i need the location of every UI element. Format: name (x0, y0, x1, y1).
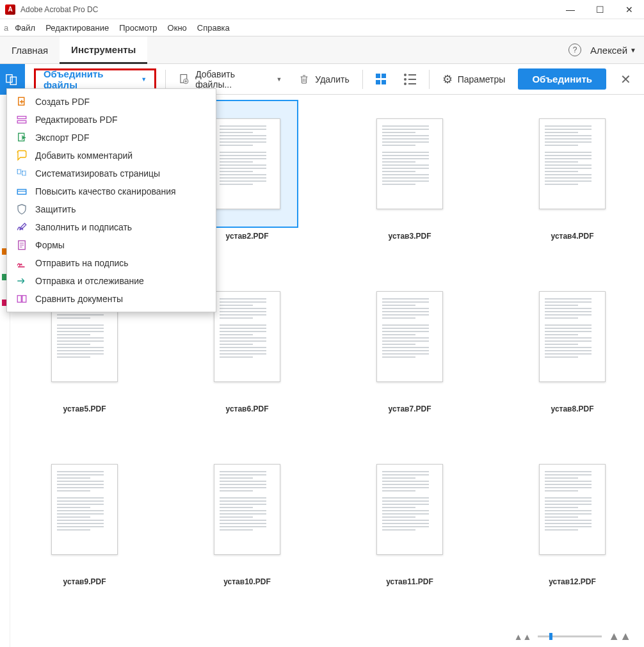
separator (362, 70, 363, 89)
dropdown-item-send-sign[interactable]: Отправить на подпись (7, 254, 216, 272)
options-label: Параметры (458, 74, 506, 84)
file-thumbnail[interactable]: устав9.PDF (26, 445, 143, 586)
file-thumbnail[interactable] (188, 618, 306, 623)
organize-icon (16, 168, 28, 179)
file-name-label: устав4.PDF (551, 232, 594, 241)
file-name-label: устав7.PDF (389, 404, 431, 413)
zoom-in-icon[interactable]: ▲▲ (608, 630, 631, 643)
menu-edit[interactable]: Редактирование (40, 21, 114, 35)
help-icon[interactable]: ? (568, 44, 581, 56)
svg-rect-10 (17, 189, 26, 195)
tab-tools[interactable]: Инструменты (60, 36, 147, 64)
minimize-button[interactable]: — (556, 0, 585, 19)
svg-rect-0 (6, 74, 12, 82)
dropdown-item-export-pdf[interactable]: Экспорт PDF (7, 129, 216, 147)
dropdown-item-label: Систематизировать страницы (35, 168, 160, 179)
file-thumbnail[interactable]: устав11.PDF (351, 445, 469, 586)
dropdown-item-scan[interactable]: Повысить качество сканирования (7, 182, 216, 200)
dropdown-item-edit-pdf[interactable]: Редактировать PDF (7, 111, 216, 129)
zoom-slider[interactable] (538, 635, 602, 637)
dropdown-item-organize[interactable]: Систематизировать страницы (7, 164, 216, 182)
separator (165, 70, 166, 89)
svg-rect-1 (11, 77, 17, 84)
combine-files-label: Объединить файлы (44, 68, 137, 90)
chevron-down-icon: ▼ (630, 47, 636, 54)
svg-rect-6 (17, 121, 26, 124)
menu-bar: а Файл Редактирование Просмотр Окно Спра… (0, 19, 644, 36)
file-thumbnail[interactable] (26, 618, 143, 623)
file-thumbnail[interactable]: устав4.PDF (513, 100, 631, 241)
user-menu[interactable]: Алексей ▼ (590, 45, 636, 56)
dropdown-item-label: Создать PDF (35, 97, 90, 107)
chevron-down-icon: ▼ (276, 76, 282, 83)
protect-icon (16, 204, 28, 215)
export-pdf-icon (16, 132, 28, 143)
send-sign-icon (16, 257, 28, 269)
file-thumbnail[interactable]: устав8.PDF (513, 273, 631, 413)
combine-files-dropdown[interactable]: Объединить файлы ▼ (34, 68, 156, 90)
edit-pdf-icon (16, 114, 28, 125)
dropdown-item-label: Редактировать PDF (35, 115, 118, 125)
dropdown-item-comment[interactable]: Добавить комментарий (7, 147, 216, 164)
dropdown-item-label: Отправка и отслеживание (35, 276, 144, 286)
sign-icon (16, 221, 28, 233)
zoom-out-icon[interactable]: ▲▲ (514, 632, 532, 642)
add-file-icon (179, 74, 190, 85)
file-name-label: устав8.PDF (551, 404, 594, 413)
dropdown-item-forms[interactable]: Формы (7, 236, 216, 254)
file-name-label: устав12.PDF (549, 577, 596, 586)
close-tool-button[interactable]: ✕ (615, 72, 636, 87)
file-name-label: устав5.PDF (63, 404, 106, 413)
file-thumbnail[interactable]: устав10.PDF (188, 445, 306, 586)
svg-rect-5 (17, 116, 26, 119)
menu-help[interactable]: Справка (192, 21, 235, 35)
close-button[interactable]: ✕ (615, 0, 644, 19)
file-name-label: устав2.PDF (226, 232, 269, 241)
options-button[interactable]: ⚙ Параметры (439, 70, 510, 89)
add-files-label: Добавить файлы... (195, 69, 271, 90)
app-title: Adobe Acrobat Pro DC (20, 5, 98, 14)
tab-home[interactable]: Главная (0, 36, 60, 63)
list-icon (404, 74, 416, 85)
file-thumbnail[interactable]: устав12.PDF (513, 445, 631, 586)
combine-primary-button[interactable]: Объединить (518, 68, 606, 90)
view-grid-button[interactable] (372, 71, 391, 88)
svg-rect-4 (19, 97, 24, 105)
svg-rect-9 (22, 171, 26, 175)
dropdown-item-label: Экспорт PDF (35, 132, 90, 143)
top-tabs: Главная Инструменты ? Алексей ▼ (0, 36, 644, 64)
forms-icon (16, 239, 28, 251)
menu-view[interactable]: Просмотр (114, 21, 162, 35)
menu-file[interactable]: Файл (10, 21, 40, 35)
send-track-icon (16, 275, 28, 287)
menu-window[interactable]: Окно (163, 21, 192, 35)
dropdown-item-send-track[interactable]: Отправка и отслеживание (7, 272, 216, 290)
dropdown-item-compare[interactable]: Сравнить документы (7, 290, 216, 308)
file-thumbnail[interactable]: устав3.PDF (351, 100, 469, 241)
svg-rect-8 (17, 170, 20, 174)
title-bar: A Adobe Acrobat Pro DC — ☐ ✕ (0, 0, 644, 19)
delete-button[interactable]: Удалить (294, 71, 353, 88)
dropdown-item-protect[interactable]: Защитить (7, 200, 216, 218)
delete-label: Удалить (315, 74, 349, 84)
maximize-button[interactable]: ☐ (585, 0, 615, 19)
dropdown-item-create-pdf[interactable]: Создать PDF (7, 93, 216, 111)
svg-rect-13 (22, 296, 26, 303)
user-name-label: Алексей (590, 45, 627, 56)
svg-rect-12 (17, 296, 21, 303)
file-thumbnail[interactable] (351, 618, 469, 623)
file-thumbnail[interactable]: устав7.PDF (351, 273, 469, 413)
dropdown-item-label: Заполнить и подписать (35, 222, 132, 232)
trash-icon (298, 74, 310, 85)
scan-icon (16, 186, 28, 197)
separator (429, 70, 430, 89)
dropdown-item-label: Формы (35, 240, 65, 250)
view-list-button[interactable] (400, 71, 420, 88)
chevron-down-icon: ▼ (141, 76, 147, 83)
create-pdf-icon (16, 96, 28, 108)
dropdown-item-sign[interactable]: Заполнить и подписать (7, 218, 216, 236)
file-name-label: устав10.PDF (223, 577, 271, 586)
file-thumbnail[interactable] (513, 618, 631, 623)
dropdown-item-label: Добавить комментарий (35, 150, 133, 161)
compare-icon (16, 293, 28, 305)
